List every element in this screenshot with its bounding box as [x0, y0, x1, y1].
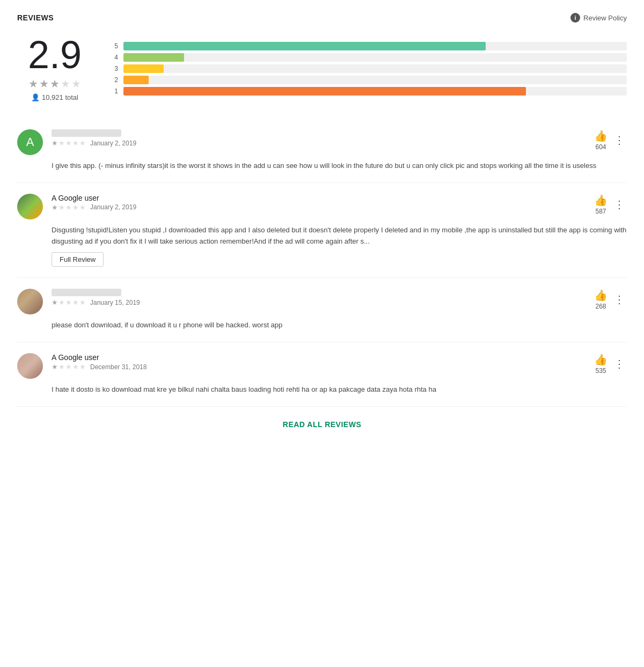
review-top-r3: ★★★★★ January 15, 2019 👍 268 ⋮ [17, 289, 627, 314]
bar-fill-5 [123, 42, 486, 50]
review-actions-r4: 👍 535 ⋮ [594, 353, 627, 375]
review-item-r4: A Google user ★★★★★ December 31, 2018 👍 … [17, 342, 627, 407]
thumbs-up-container-r1[interactable]: 👍 604 [594, 129, 608, 151]
review-top-r1: A ★★★★★ January 2, 2019 👍 604 ⋮ [17, 129, 627, 155]
thumbs-count-r4: 535 [595, 367, 606, 375]
bar-row-4: 4 [114, 53, 627, 62]
avatar-r1: A [17, 129, 43, 155]
read-all-section: READ ALL REVIEWS [17, 420, 627, 438]
thumbs-up-container-r2[interactable]: 👍 587 [594, 194, 608, 215]
bar-track-1 [123, 87, 627, 96]
more-options-icon-r4[interactable]: ⋮ [612, 355, 627, 372]
thumbs-count-r1: 604 [595, 143, 606, 151]
review-date-r4: December 31, 2018 [90, 363, 147, 371]
avatar-r2 [17, 194, 43, 219]
star-2: ★ [39, 77, 49, 90]
review-star-empty: ★ [79, 298, 86, 306]
review-stars-r1: ★★★★★ [52, 139, 86, 147]
reviewer-name-r4: A Google user [52, 353, 586, 362]
review-date-r3: January 15, 2019 [90, 299, 140, 306]
review-top-r4: A Google user ★★★★★ December 31, 2018 👍 … [17, 353, 627, 379]
bar-label-3: 3 [114, 65, 118, 72]
full-review-button-r2[interactable]: Full Review [52, 252, 104, 267]
more-options-icon-r1[interactable]: ⋮ [612, 131, 627, 149]
bar-track-2 [123, 76, 627, 84]
review-item-r2: A Google user ★★★★★ January 2, 2019 👍 58… [17, 183, 627, 278]
review-actions-r1: 👍 604 ⋮ [594, 129, 627, 151]
star-1: ★ [28, 77, 38, 90]
review-star-empty: ★ [65, 363, 72, 371]
review-star-empty: ★ [79, 139, 86, 147]
review-date-r1: January 2, 2019 [90, 140, 136, 147]
review-star-empty: ★ [79, 203, 86, 211]
bar-label-4: 4 [114, 54, 118, 61]
bar-fill-3 [123, 64, 164, 73]
bar-track-4 [123, 53, 627, 62]
review-star-empty: ★ [65, 298, 72, 306]
more-options-icon-r2[interactable]: ⋮ [612, 196, 627, 213]
review-text-r4: I hate it dosto is ko download mat kre y… [52, 384, 627, 395]
rating-bars: 5 4 3 2 1 [114, 42, 627, 96]
review-star-empty: ★ [79, 363, 86, 371]
review-stars-date-r1: ★★★★★ January 2, 2019 [52, 139, 586, 147]
review-star-empty: ★ [65, 203, 72, 211]
review-text-r1: I give this app. (- minus infinity stars… [52, 160, 627, 172]
star-4: ★ [61, 77, 70, 90]
review-star-empty: ★ [58, 203, 65, 211]
rating-summary: 2.9 ★ ★ ★ ★ ★ 👤 10,921 total 5 4 3 2 [17, 35, 627, 101]
review-top-r2: A Google user ★★★★★ January 2, 2019 👍 58… [17, 194, 627, 219]
review-date-r2: January 2, 2019 [90, 203, 136, 211]
review-stars-r2: ★★★★★ [52, 203, 86, 211]
review-star-filled: ★ [52, 139, 58, 147]
thumbs-up-icon-r4: 👍 [594, 353, 608, 366]
bar-row-2: 2 [114, 76, 627, 84]
reviews-heading: REVIEWS [17, 13, 54, 22]
thumbs-up-container-r4[interactable]: 👍 535 [594, 353, 608, 375]
bar-label-1: 1 [114, 87, 118, 95]
total-count: 👤 10,921 total [17, 93, 92, 101]
review-star-empty: ★ [65, 139, 72, 147]
avatar-r4 [17, 353, 43, 379]
thumbs-up-icon-r2: 👍 [594, 194, 608, 207]
bar-label-2: 2 [114, 76, 118, 84]
review-meta-r4: A Google user ★★★★★ December 31, 2018 [52, 353, 586, 371]
star-3: ★ [50, 77, 60, 90]
review-stars-date-r3: ★★★★★ January 15, 2019 [52, 298, 586, 306]
more-options-icon-r3[interactable]: ⋮ [612, 291, 627, 308]
bar-track-3 [123, 64, 627, 73]
review-stars-date-r2: ★★★★★ January 2, 2019 [52, 203, 586, 211]
review-text-r3: please don't download, if u download it … [52, 320, 627, 331]
review-star-empty: ★ [72, 203, 79, 211]
bar-row-5: 5 [114, 42, 627, 50]
review-meta-r1: ★★★★★ January 2, 2019 [52, 129, 586, 147]
read-all-reviews-button[interactable]: READ ALL REVIEWS [283, 420, 361, 429]
info-icon: i [570, 13, 580, 23]
reviewer-name-r2: A Google user [52, 194, 586, 202]
review-stars-date-r4: ★★★★★ December 31, 2018 [52, 363, 586, 371]
reviewer-name-blurred-r1 [52, 129, 121, 137]
review-actions-r3: 👍 268 ⋮ [594, 289, 627, 310]
review-star-filled: ★ [52, 363, 58, 371]
bar-row-3: 3 [114, 64, 627, 73]
review-meta-r3: ★★★★★ January 15, 2019 [52, 289, 586, 306]
thumbs-count-r2: 587 [595, 208, 606, 215]
big-rating-score: 2.9 [17, 35, 92, 74]
person-icon: 👤 [31, 93, 40, 101]
review-meta-r2: A Google user ★★★★★ January 2, 2019 [52, 194, 586, 211]
reviews-list: A ★★★★★ January 2, 2019 👍 604 ⋮ I give t… [17, 119, 627, 407]
review-policy-link[interactable]: i Review Policy [570, 13, 627, 23]
reviewer-name-blurred-r3 [52, 289, 121, 296]
review-stars-r4: ★★★★★ [52, 363, 86, 371]
bar-row-1: 1 [114, 87, 627, 96]
review-star-filled: ★ [52, 298, 58, 306]
rating-stars: ★ ★ ★ ★ ★ [17, 77, 92, 90]
thumbs-up-container-r3[interactable]: 👍 268 [594, 289, 608, 310]
bar-label-5: 5 [114, 42, 118, 50]
review-star-empty: ★ [72, 139, 79, 147]
bar-track-5 [123, 42, 627, 50]
avatar-r3 [17, 289, 43, 314]
review-stars-r3: ★★★★★ [52, 298, 86, 306]
review-star-empty: ★ [58, 298, 65, 306]
review-star-empty: ★ [58, 139, 65, 147]
review-item-r1: A ★★★★★ January 2, 2019 👍 604 ⋮ I give t… [17, 119, 627, 183]
